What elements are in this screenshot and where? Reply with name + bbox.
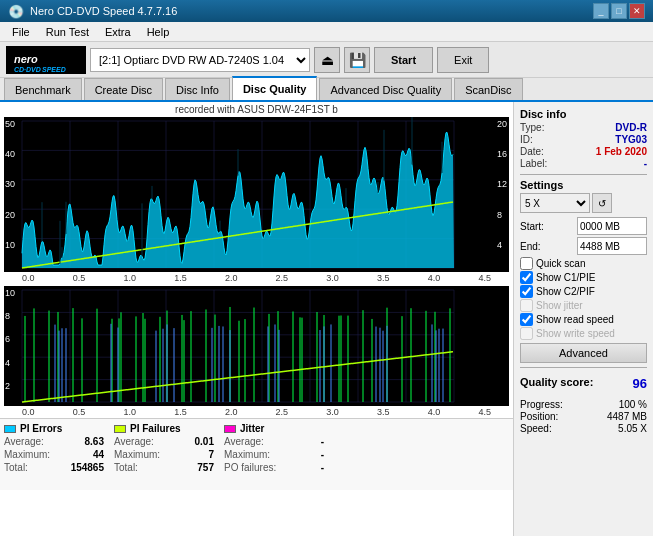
speed-label: Speed: — [520, 423, 552, 434]
chart1-x-axis: 0.00.51.01.52.02.53.03.54.04.5 — [4, 272, 509, 284]
chart-title: recorded with ASUS DRW-24F1ST b — [0, 102, 513, 117]
window-controls: _ □ ✕ — [593, 3, 645, 19]
tab-bar: Benchmark Create Disc Disc Info Disc Qua… — [0, 78, 653, 102]
stats-area: PI Errors Average: 8.63 Maximum: 44 Tota… — [0, 418, 513, 490]
show-jitter-checkbox — [520, 299, 533, 312]
quality-score-value: 96 — [633, 376, 647, 391]
disc-label: - — [644, 158, 647, 169]
pi-failures-label: PI Failures — [130, 423, 181, 434]
settings-section: Settings 5 X Max 1 X 2 X 4 X 8 X ↺ Start… — [520, 179, 647, 363]
jitter-label: Jitter — [240, 423, 264, 434]
minimize-button[interactable]: _ — [593, 3, 609, 19]
pi-errors-max: 44 — [93, 449, 104, 460]
right-panel: Disc info Type: DVD-R ID: TYG03 Date: 1 … — [513, 102, 653, 536]
chart2: 10 8 6 4 2 — [4, 286, 509, 406]
pi-errors-avg: 8.63 — [85, 436, 104, 447]
menu-help[interactable]: Help — [139, 24, 178, 40]
po-failures-value: - — [321, 462, 324, 473]
quality-score-row: Quality score: 96 — [520, 376, 647, 391]
speed-value: 5.05 X — [618, 423, 647, 434]
toolbar: nero CD·DVD SPEED [2:1] Optiarc DVD RW A… — [0, 42, 653, 78]
chart2-canvas — [4, 286, 474, 406]
pi-errors-total: 154865 — [71, 462, 104, 473]
start-mb-input[interactable] — [577, 217, 647, 235]
quality-score-label: Quality score: — [520, 376, 593, 391]
quick-scan-label: Quick scan — [536, 258, 585, 269]
stat-group-pi-failures: PI Failures Average: 0.01 Maximum: 7 Tot… — [114, 423, 214, 486]
show-c2-pif-checkbox[interactable] — [520, 285, 533, 298]
menu-bar: File Run Test Extra Help — [0, 22, 653, 42]
pi-failures-total: 757 — [197, 462, 214, 473]
disc-type: DVD-R — [615, 122, 647, 133]
pi-errors-label: PI Errors — [20, 423, 62, 434]
title-bar-text: Nero CD-DVD Speed 4.7.7.16 — [30, 5, 177, 17]
advanced-button[interactable]: Advanced — [520, 343, 647, 363]
show-c1-pie-checkbox[interactable] — [520, 271, 533, 284]
menu-file[interactable]: File — [4, 24, 38, 40]
disc-id: TYG03 — [615, 134, 647, 145]
svg-text:nero: nero — [14, 53, 38, 65]
tab-scandisc[interactable]: ScanDisc — [454, 78, 522, 100]
quick-scan-checkbox[interactable] — [520, 257, 533, 270]
drive-selector[interactable]: [2:1] Optiarc DVD RW AD-7240S 1.04 — [90, 48, 310, 72]
main-content: recorded with ASUS DRW-24F1ST b 50 40 30… — [0, 102, 653, 536]
disc-info-title: Disc info — [520, 108, 647, 120]
maximize-button[interactable]: □ — [611, 3, 627, 19]
tab-create-disc[interactable]: Create Disc — [84, 78, 163, 100]
end-mb-input[interactable] — [577, 237, 647, 255]
svg-text:SPEED: SPEED — [42, 66, 66, 73]
position-value: 4487 MB — [607, 411, 647, 422]
eject-icon[interactable]: ⏏ — [314, 47, 340, 73]
close-button[interactable]: ✕ — [629, 3, 645, 19]
chart1: 50 40 30 20 10 20 16 12 8 4 — [4, 117, 509, 272]
pi-failures-max: 7 — [208, 449, 214, 460]
show-c1-pie-label: Show C1/PIE — [536, 272, 595, 283]
svg-text:CD·DVD: CD·DVD — [14, 66, 41, 73]
refresh-button[interactable]: ↺ — [592, 193, 612, 213]
progress-value: 100 % — [619, 399, 647, 410]
position-label: Position: — [520, 411, 558, 422]
tab-advanced-disc-quality[interactable]: Advanced Disc Quality — [319, 78, 452, 100]
start-button[interactable]: Start — [374, 47, 433, 73]
save-icon[interactable]: 💾 — [344, 47, 370, 73]
tab-disc-info[interactable]: Disc Info — [165, 78, 230, 100]
show-write-speed-checkbox — [520, 327, 533, 340]
pi-failures-avg: 0.01 — [195, 436, 214, 447]
pi-failures-color — [114, 425, 126, 433]
settings-title: Settings — [520, 179, 647, 191]
stat-group-pi-errors: PI Errors Average: 8.63 Maximum: 44 Tota… — [4, 423, 104, 486]
nero-logo: nero CD·DVD SPEED — [6, 46, 86, 74]
title-bar: 💿 Nero CD-DVD Speed 4.7.7.16 _ □ ✕ — [0, 0, 653, 22]
chart1-y-axis-left: 50 40 30 20 10 — [5, 117, 15, 272]
tab-disc-quality[interactable]: Disc Quality — [232, 76, 318, 100]
progress-section: Progress: 100 % Position: 4487 MB Speed:… — [520, 399, 647, 435]
chart2-x-axis: 0.00.51.01.52.02.53.03.54.04.5 — [4, 406, 509, 418]
tab-benchmark[interactable]: Benchmark — [4, 78, 82, 100]
chart1-canvas — [4, 117, 474, 272]
chart-column: recorded with ASUS DRW-24F1ST b 50 40 30… — [0, 102, 513, 536]
exit-button[interactable]: Exit — [437, 47, 489, 73]
progress-label: Progress: — [520, 399, 563, 410]
jitter-max: - — [321, 449, 324, 460]
jitter-color — [224, 425, 236, 433]
chart2-y-axis-left: 10 8 6 4 2 — [5, 286, 15, 406]
show-write-speed-label: Show write speed — [536, 328, 615, 339]
show-jitter-label: Show jitter — [536, 300, 583, 311]
stat-group-jitter: Jitter Average: - Maximum: - PO failures… — [224, 423, 324, 486]
menu-extra[interactable]: Extra — [97, 24, 139, 40]
disc-date: 1 Feb 2020 — [596, 146, 647, 157]
jitter-avg: - — [321, 436, 324, 447]
pi-errors-color — [4, 425, 16, 433]
show-c2-pif-label: Show C2/PIF — [536, 286, 595, 297]
disc-info-section: Disc info Type: DVD-R ID: TYG03 Date: 1 … — [520, 108, 647, 170]
speed-select[interactable]: 5 X Max 1 X 2 X 4 X 8 X — [520, 193, 590, 213]
menu-run-test[interactable]: Run Test — [38, 24, 97, 40]
show-read-speed-checkbox[interactable] — [520, 313, 533, 326]
show-read-speed-label: Show read speed — [536, 314, 614, 325]
chart1-y-axis-right: 20 16 12 8 4 — [497, 117, 507, 272]
